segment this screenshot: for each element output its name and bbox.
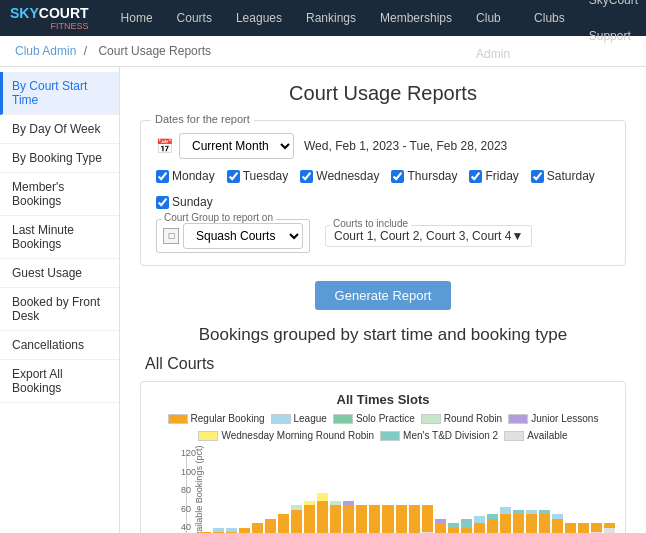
sidebar-item-booked-by-front-desk[interactable]: Booked by Front Desk [0, 288, 119, 331]
logo-court: COURT [39, 5, 89, 21]
sidebar-item-by-booking-type[interactable]: By Booking Type [0, 144, 119, 173]
bar-segment [422, 505, 433, 532]
thursday-checkbox[interactable] [391, 170, 404, 183]
nav-support[interactable]: SkyCourt Support [577, 0, 646, 54]
bar-col: 10:00 AM [291, 505, 302, 533]
date-select[interactable]: Current Month [179, 133, 294, 159]
bar-col: 9:00 AM [265, 519, 276, 534]
bar-stack [317, 493, 328, 533]
logo-fitness: FITNESS [10, 21, 89, 31]
bar-col: 12:00 PM [343, 501, 354, 534]
bar-stack [409, 505, 420, 533]
chart-title: All Times Slots [151, 392, 615, 407]
day-saturday[interactable]: Saturday [531, 169, 595, 183]
logo-sky: SKY [10, 5, 39, 21]
breadcrumb-parent[interactable]: Club Admin [15, 44, 76, 58]
bar-col: 5:30 PM [487, 514, 498, 533]
sidebar-item-by-court-start-time[interactable]: By Court Start Time [0, 72, 119, 115]
sidebar-item-cancellations[interactable]: Cancellations [0, 331, 119, 360]
nav-item-home[interactable]: Home [109, 0, 165, 36]
y-tick: 120 [181, 449, 196, 458]
nav-item-courts[interactable]: Courts [165, 0, 224, 36]
all-courts-title: All Courts [140, 355, 626, 373]
logo[interactable]: SKYCOURT FITNESS [10, 5, 89, 31]
bar-stack [552, 514, 563, 533]
bar-segment [356, 505, 367, 533]
legend-item: Men's T&D Division 2 [380, 430, 498, 441]
court-group-select[interactable]: Squash Courts [183, 223, 303, 249]
saturday-checkbox[interactable] [531, 170, 544, 183]
bar-segment [500, 514, 511, 533]
day-friday[interactable]: Friday [469, 169, 518, 183]
thursday-label: Thursday [407, 169, 457, 183]
court-group-label: Court Group to report on [161, 212, 276, 223]
bar-col: 9:00 PM [578, 523, 589, 533]
monday-checkbox[interactable] [156, 170, 169, 183]
legend-color [504, 431, 524, 441]
bar-stack [291, 505, 302, 533]
bar-col: 8:00 PM [552, 514, 563, 533]
bar-stack [526, 510, 537, 534]
nav-item-leagues[interactable]: Leagues [224, 0, 294, 36]
sidebar-item-guest-usage[interactable]: Guest Usage [0, 259, 119, 288]
legend-color [508, 414, 528, 424]
bar-stack [343, 501, 354, 534]
y-tick: 60 [181, 505, 196, 514]
legend-item: Available [504, 430, 567, 441]
bar-col: 7:30 AM [226, 528, 237, 534]
bar-stack [369, 505, 380, 533]
bar-segment [382, 505, 393, 533]
court-group-wrapper: Court Group to report on ☐ Squash Courts [156, 219, 310, 253]
sunday-checkbox[interactable] [156, 196, 169, 209]
legend-item: Regular Booking [168, 413, 265, 424]
layout: By Court Start TimeBy Day Of WeekBy Book… [0, 67, 646, 533]
bar-segment [291, 510, 302, 534]
y-ticks: 020406080100120 [181, 449, 196, 533]
bar-stack [304, 501, 315, 534]
courts-include-label: Courts to include [330, 218, 411, 229]
calendar-icon: 📅 [156, 138, 173, 154]
day-sunday[interactable]: Sunday [156, 195, 213, 209]
dates-label: Dates for the report [151, 113, 254, 125]
bar-segment [330, 505, 341, 533]
nav-item-memberships[interactable]: Memberships [368, 0, 464, 36]
legend-label: Solo Practice [356, 413, 415, 424]
legend-label: Men's T&D Division 2 [403, 430, 498, 441]
day-thursday[interactable]: Thursday [391, 169, 457, 183]
generate-report-button[interactable]: Generate Report [315, 281, 452, 310]
bar-col: 2:00 PM [396, 505, 407, 533]
bar-stack [422, 505, 433, 533]
main-content: Court Usage Reports Dates for the report… [120, 67, 646, 533]
legend-color [198, 431, 218, 441]
tuesday-checkbox[interactable] [227, 170, 240, 183]
bar-stack [435, 519, 446, 534]
bar-col: 4:30 PM [461, 519, 472, 534]
monday-label: Monday [172, 169, 215, 183]
bar-col: 10:30 AM [304, 501, 315, 534]
bar-segment [591, 523, 602, 532]
day-monday[interactable]: Monday [156, 169, 215, 183]
bar-col: 3:30 PM [435, 519, 446, 534]
friday-checkbox[interactable] [469, 170, 482, 183]
nav-item-clubs[interactable]: Clubs [522, 0, 577, 36]
day-tuesday[interactable]: Tuesday [227, 169, 289, 183]
sidebar-item-member's-bookings[interactable]: Member's Bookings [0, 173, 119, 216]
bar-stack [278, 514, 289, 533]
bar-stack [487, 514, 498, 533]
nav-item-club-admin[interactable]: Club Admin [464, 0, 522, 36]
sidebar-item-by-day-of-week[interactable]: By Day Of Week [0, 115, 119, 144]
bar-segment [278, 514, 289, 533]
wednesday-checkbox[interactable] [300, 170, 313, 183]
day-wednesday[interactable]: Wednesday [300, 169, 379, 183]
bar-segment [252, 523, 263, 533]
saturday-label: Saturday [547, 169, 595, 183]
sidebar-item-export-all-bookings[interactable]: Export All Bookings [0, 360, 119, 403]
bar-stack [396, 505, 407, 533]
bar-segment [474, 523, 485, 533]
court-group-icon[interactable]: ☐ [163, 228, 179, 244]
sidebar: By Court Start TimeBy Day Of WeekBy Book… [0, 67, 120, 533]
sidebar-item-last-minute-bookings[interactable]: Last Minute Bookings [0, 216, 119, 259]
bar-stack [330, 501, 341, 534]
bar-stack [461, 519, 472, 534]
nav-item-rankings[interactable]: Rankings [294, 0, 368, 36]
